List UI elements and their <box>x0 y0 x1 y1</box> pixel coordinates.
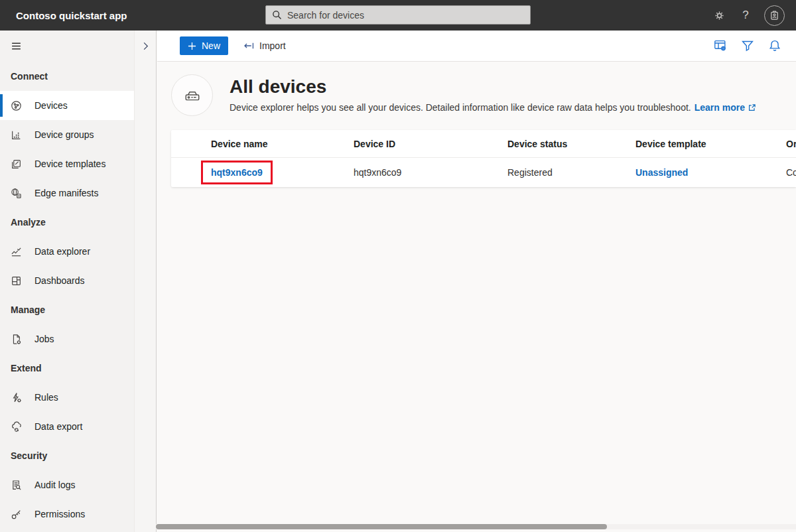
column-options-icon[interactable] <box>714 39 727 52</box>
sidebar-item-label: Device groups <box>34 129 94 140</box>
account-avatar[interactable] <box>764 5 785 26</box>
horizontal-scrollbar[interactable] <box>156 524 796 529</box>
main-content: New Import <box>157 31 796 532</box>
sidebar-item-label: Device templates <box>34 159 105 169</box>
edge-manifests-icon <box>11 188 22 199</box>
sidebar-item-permissions[interactable]: Permissions <box>0 499 134 529</box>
external-link-icon <box>748 103 756 112</box>
device-template-cell: Unassigned <box>635 167 786 178</box>
sidebar-item-label: Devices <box>34 100 68 111</box>
import-arrow-icon <box>242 41 255 50</box>
devices-toolbar: New Import <box>157 31 796 62</box>
import-button[interactable]: Import <box>242 36 286 55</box>
learn-more-label: Learn more <box>695 102 745 113</box>
column-header-device-name[interactable]: Device name <box>171 139 354 149</box>
sidebar-section-extend: Extend <box>0 354 134 383</box>
expand-panel-button[interactable] <box>135 31 156 61</box>
sidebar-item-device-groups[interactable]: Device groups <box>0 120 134 149</box>
sidebar-item-jobs[interactable]: Jobs <box>0 324 134 354</box>
dashboards-icon <box>11 275 22 287</box>
device-search-box[interactable] <box>265 5 531 25</box>
organization-cell: Contoso <box>786 167 796 178</box>
page-title: All devices <box>230 76 756 98</box>
app-title: Contoso quickstart app <box>16 10 127 21</box>
devices-icon <box>11 100 22 111</box>
column-header-device-id[interactable]: Device ID <box>354 139 507 149</box>
sidebar-item-label: Dashboards <box>34 275 85 286</box>
sidebar-item-data-explorer[interactable]: Data explorer <box>0 237 134 266</box>
sidebar-item-rules[interactable]: Rules <box>0 383 134 412</box>
sidebar-item-edge-manifests[interactable]: Edge manifests <box>0 178 134 208</box>
sidebar-section-connect: Connect <box>0 62 134 91</box>
sidebar-item-label: Rules <box>34 392 58 403</box>
jobs-icon <box>11 334 22 345</box>
new-button-label: New <box>202 40 220 51</box>
data-explorer-icon <box>11 246 22 257</box>
device-templates-icon <box>11 159 22 170</box>
sidebar-item-label: Data explorer <box>34 246 90 257</box>
new-device-button[interactable]: New <box>180 36 228 55</box>
sidebar-item-audit-logs[interactable]: Audit logs <box>0 470 134 499</box>
permissions-icon <box>11 509 22 520</box>
sidebar-item-devices[interactable]: Devices <box>0 91 134 120</box>
rules-icon <box>11 392 22 403</box>
plus-icon <box>188 42 196 50</box>
sidebar-section-security: Security <box>0 441 134 470</box>
audit-logs-icon <box>11 480 22 491</box>
sidebar-item-label: Permissions <box>34 509 85 519</box>
sidebar-splitter[interactable] <box>134 31 157 532</box>
sidebar-section-analyze: Analyze <box>0 208 134 237</box>
sidebar-nav: Connect Devices Device groups <box>0 31 134 532</box>
search-icon <box>272 10 282 20</box>
sidebar-item-label: Audit logs <box>34 480 75 490</box>
sidebar-item-label: Edge manifests <box>34 188 99 198</box>
settings-gear-icon[interactable] <box>706 0 732 31</box>
device-id-cell: hqt9xn6co9 <box>354 167 507 178</box>
page-header: All devices Device explorer helps you se… <box>157 62 796 116</box>
horizontal-scrollbar-thumb[interactable] <box>156 524 607 529</box>
device-name-cell: hqt9xn6co9 <box>171 161 354 184</box>
search-input[interactable] <box>287 10 524 21</box>
notifications-bell-icon[interactable] <box>768 39 781 52</box>
page-description-text: Device explorer helps you see all your d… <box>230 102 691 113</box>
sidebar-section-manage: Manage <box>0 295 134 324</box>
learn-more-link[interactable]: Learn more <box>695 102 756 113</box>
sidebar-item-dashboards[interactable]: Dashboards <box>0 266 134 295</box>
topbar-actions: ? <box>706 0 796 31</box>
id-badge-icon <box>769 10 780 21</box>
chevron-right-icon <box>141 41 151 51</box>
help-icon[interactable]: ? <box>732 0 759 31</box>
sidebar-item-label: Data export <box>34 421 82 432</box>
toolbar-right-actions <box>714 39 796 52</box>
column-header-device-status[interactable]: Device status <box>507 139 635 149</box>
topbar: Contoso quickstart app ? <box>0 0 796 31</box>
filter-icon[interactable] <box>741 39 754 52</box>
device-category-icon <box>171 74 213 116</box>
import-button-label: Import <box>259 40 286 51</box>
device-template-link[interactable]: Unassigned <box>635 167 688 178</box>
device-status-cell: Registered <box>507 167 635 178</box>
hamburger-menu-icon[interactable] <box>11 40 22 52</box>
data-export-icon <box>11 421 22 432</box>
sidebar-item-data-export[interactable]: Data export <box>0 412 134 441</box>
devices-table: Device name Device ID Device status Devi… <box>171 130 796 187</box>
device-groups-icon <box>11 129 22 141</box>
sidebar-item-label: Jobs <box>34 334 54 344</box>
page-description: Device explorer helps you see all your d… <box>230 102 756 113</box>
table-header-row: Device name Device ID Device status Devi… <box>171 130 796 158</box>
device-name-link[interactable]: hqt9xn6co9 <box>211 167 263 178</box>
column-header-device-template[interactable]: Device template <box>635 139 786 149</box>
table-row[interactable]: hqt9xn6co9 hqt9xn6co9 Registered Unassig… <box>171 158 796 187</box>
column-header-organization[interactable]: Organization <box>786 139 796 149</box>
highlight-annotation-box: hqt9xn6co9 <box>201 161 273 184</box>
sidebar-item-device-templates[interactable]: Device templates <box>0 149 134 178</box>
